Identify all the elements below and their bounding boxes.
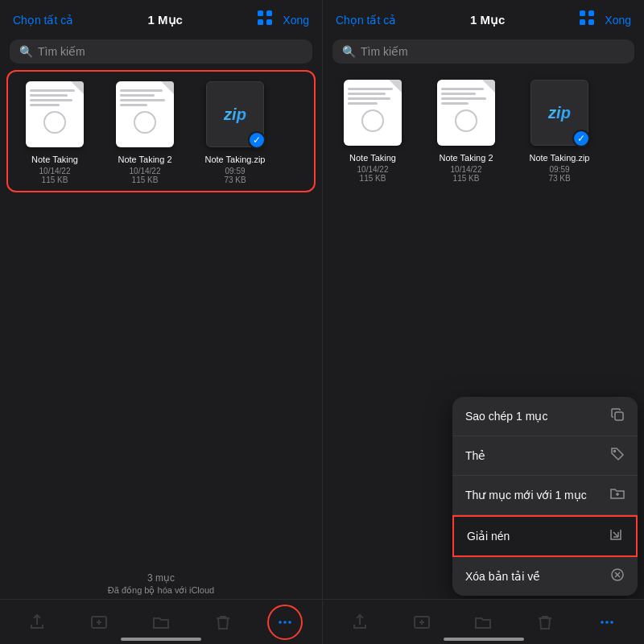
select-all-left[interactable]: Chọn tất cả [13, 14, 73, 27]
search-bar-right[interactable]: 🔍 Tìm kiếm [332, 39, 634, 64]
svg-point-5 [279, 621, 282, 624]
file-icon-wrap-2-right [434, 76, 498, 149]
zip-label-left: zip [224, 105, 246, 124]
home-indicator-left [121, 638, 201, 641]
menu-item-extract[interactable]: Giải nén [452, 515, 638, 557]
file-line [120, 89, 163, 92]
zip-check-right: ✓ [572, 130, 590, 147]
file-date-1-right: 10/14/22 [357, 165, 389, 174]
add-btn-left[interactable] [81, 605, 117, 640]
file-line [120, 99, 165, 101]
file-size-1-left: 115 KB [42, 175, 68, 184]
svg-point-6 [283, 621, 287, 624]
file-icon-wrap-3-right: zip ✓ [527, 76, 592, 149]
file-line [30, 94, 68, 97]
file-size-2-left: 115 KB [132, 175, 159, 184]
file-date-1-left: 10/14/22 [39, 167, 71, 175]
menu-item-copy[interactable]: Sao chép 1 mục [452, 397, 638, 436]
file-item-2-left[interactable]: Note Taking 2 10/14/22 115 KB [105, 78, 185, 184]
add-btn-right[interactable] [404, 605, 440, 640]
menu-item-copy-label: Sao chép 1 mục [465, 410, 547, 423]
right-panel: Chọn tất cả 1 Mục Xong 🔍 Tìm kiếm [322, 0, 644, 644]
folder-btn-right[interactable] [465, 605, 501, 640]
right-title: 1 Mục [470, 13, 505, 27]
file-doc-2-left [116, 81, 174, 147]
grid-icon-right[interactable] [579, 10, 595, 30]
bottom-status-left: 3 mục Đã đồng bộ hóa với iCloud [0, 572, 322, 596]
file-item-3-left[interactable]: zip ✓ Note Taking.zip 09:59 73 KB [195, 78, 275, 184]
svg-point-21 [601, 621, 604, 624]
svg-point-7 [288, 621, 291, 624]
file-item-3-right[interactable]: zip ✓ Note Taking.zip 09:59 73 KB [519, 76, 600, 183]
svg-point-13 [614, 451, 616, 452]
svg-rect-1 [266, 10, 272, 16]
new-folder-icon [610, 486, 625, 504]
file-size-3-left: 73 KB [224, 175, 246, 184]
svg-line-14 [613, 532, 618, 537]
file-name-2-left: Note Taking 2 [118, 154, 171, 165]
file-line [441, 93, 476, 95]
file-item-1-left[interactable]: Note Taking 10/14/22 115 KB [14, 78, 95, 184]
svg-rect-0 [258, 10, 263, 16]
menu-item-delete-download-label: Xóa bản tải về [465, 570, 540, 583]
file-lines-2-right [441, 88, 491, 105]
file-line [120, 104, 147, 106]
file-lines-2-left [120, 89, 170, 106]
file-size-2-right: 115 KB [453, 174, 480, 183]
file-line [348, 102, 378, 105]
menu-item-new-folder-label: Thư mục mới với 1 mục [465, 489, 587, 502]
delete-download-icon [610, 568, 625, 585]
file-circle-1r [361, 109, 384, 132]
file-date-2-right: 10/14/22 [451, 165, 482, 174]
menu-item-delete-download[interactable]: Xóa bản tải về [452, 557, 638, 596]
file-name-1-right: Note Taking [349, 152, 396, 163]
more-btn-right[interactable] [589, 605, 625, 640]
file-line [30, 89, 75, 92]
folder-btn-left[interactable] [143, 605, 179, 640]
trash-btn-right[interactable] [527, 605, 563, 640]
trash-btn-left[interactable] [205, 605, 241, 640]
file-item-2-right[interactable]: Note Taking 2 10/14/22 115 KB [426, 76, 506, 183]
svg-rect-11 [588, 19, 594, 25]
file-lines-1-left [30, 89, 80, 106]
file-line [30, 104, 60, 106]
search-placeholder-right: Tìm kiếm [361, 45, 408, 58]
file-line [348, 97, 390, 100]
file-line [348, 93, 386, 95]
svg-rect-3 [266, 19, 272, 25]
menu-item-tag-label: Thẻ [465, 449, 485, 462]
more-btn-left[interactable] [267, 605, 303, 640]
selection-box-left: Note Taking 10/14/22 115 KB Note Taking … [6, 70, 316, 192]
file-line [441, 102, 469, 105]
file-icon-wrap-2-left [113, 78, 177, 151]
svg-point-22 [605, 621, 609, 624]
file-line [441, 97, 486, 100]
grid-icon-left[interactable] [257, 10, 273, 30]
svg-rect-9 [588, 10, 594, 16]
done-btn-left[interactable]: Xong [283, 14, 309, 27]
menu-item-new-folder[interactable]: Thư mục mới với 1 mục [452, 476, 638, 515]
share-btn-right[interactable] [342, 605, 378, 640]
menu-item-tag[interactable]: Thẻ [452, 436, 638, 476]
search-placeholder-left: Tìm kiếm [38, 45, 85, 58]
share-btn-left[interactable] [19, 605, 55, 640]
done-btn-right[interactable]: Xong [605, 14, 631, 27]
file-circle-2r [455, 109, 477, 132]
zip-check-left: ✓ [248, 131, 266, 149]
tag-icon [610, 447, 625, 464]
file-size-3-right: 73 KB [548, 174, 570, 183]
file-date-2-left: 10/14/22 [130, 167, 161, 175]
svg-point-23 [610, 621, 613, 624]
extract-icon [609, 527, 623, 545]
file-icon-wrap-1-left [23, 78, 87, 151]
file-line [348, 88, 393, 90]
file-name-2-right: Note Taking 2 [439, 152, 493, 163]
status-count-left: 3 mục [0, 572, 322, 584]
left-header: Chọn tất cả 1 Mục Xong [0, 0, 322, 36]
file-item-1-right[interactable]: Note Taking 10/14/22 115 KB [332, 76, 413, 183]
file-size-1-right: 115 KB [360, 174, 386, 183]
search-bar-left[interactable]: 🔍 Tìm kiếm [10, 39, 312, 64]
status-sync-left: Đã đồng bộ hóa với iCloud [0, 585, 322, 596]
select-all-right[interactable]: Chọn tất cả [336, 14, 396, 27]
file-circle-1 [43, 111, 66, 134]
